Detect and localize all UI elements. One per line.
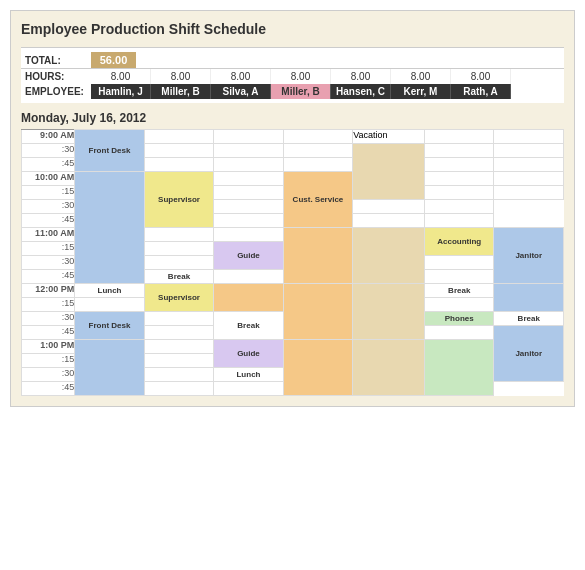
cell-1115-2: Guide [214,242,283,270]
cell-1245-5 [425,326,494,340]
cell-945-2 [214,158,283,172]
total-value: 56.00 [91,52,136,68]
time-row-900: 9:00 AM Front Desk Vacation [22,130,564,144]
cell-1230-2: Break [214,312,283,340]
employee-4: Hansen, C [331,84,391,99]
time-label-1245: :45 [22,326,75,340]
main-container: Employee Production Shift Schedule TOTAL… [10,10,575,407]
cell-1230-1 [144,312,213,326]
cell-1130-1 [144,256,213,270]
block-janitor-2: Janitor [494,326,563,381]
hour-cell-3: 8.00 [271,69,331,84]
employee-row: EMPLOYEE: Hamlin, J Miller, B Silva, A M… [21,84,564,99]
time-label-930: :30 [22,144,75,158]
cell-1000-2 [214,172,283,186]
time-label-1030: :30 [22,200,75,214]
block-guide-2: Guide [214,340,282,367]
cell-1200-2 [214,284,283,312]
page-title: Employee Production Shift Schedule [21,21,564,37]
cell-1030-2 [214,200,283,214]
cell-1200-1: Supervisor [144,284,213,312]
hour-cell-4: 8.00 [331,69,391,84]
cell-1230-6: Break [494,312,564,326]
time-label-100: 1:00 PM [22,340,75,354]
employee-0: Hamlin, J [91,84,151,99]
cell-1100-1 [144,228,213,242]
hour-cell-5: 8.00 [391,69,451,84]
schedule-grid: 9:00 AM Front Desk Vacation :30 :45 [21,129,564,396]
cell-1145-1: Break [144,270,213,284]
cell-1200-0: Lunch [75,284,144,298]
time-label-1115: :15 [22,242,75,256]
cell-1000-1: Supervisor [144,172,213,228]
cell-1015-2 [214,186,283,200]
cell-945-3 [283,158,352,172]
schedule-table: 9:00 AM Front Desk Vacation :30 :45 [21,129,564,396]
block-lunch-1: Lunch [75,284,143,297]
cell-1245-6: Janitor [494,326,564,382]
cell-900-6 [494,130,564,144]
cell-1100-4 [353,228,425,284]
cell-1030-5 [353,200,425,214]
cell-1030-6 [425,200,494,214]
hour-cell-6: 8.00 [451,69,511,84]
cell-1200-3 [283,284,352,340]
block-lunch-2: Lunch [214,368,282,381]
cell-1045-6 [425,214,494,228]
block-supervisor-2: Supervisor [145,284,213,311]
cell-930-2 [214,144,283,158]
cell-1130-5 [425,256,494,270]
cell-930-4 [353,144,425,200]
time-label-1230: :30 [22,312,75,326]
cell-1200-4 [353,284,425,340]
block-phones: Phones [425,312,493,325]
cell-1100-3 [283,228,352,284]
cell-1045-5 [353,214,425,228]
cell-130-1 [144,368,213,382]
cell-930-1 [144,144,213,158]
employee-6: Rath, A [451,84,511,99]
cell-1045-2 [214,214,283,228]
cell-1100-5: Accounting [425,228,494,256]
cell-1200-5: Break [425,284,494,298]
cell-1145-5 [425,270,494,284]
block-frontdesk-2: Front Desk [75,312,143,339]
block-break-3: Break [214,312,282,339]
cell-115-1 [144,354,213,368]
cell-100-3 [283,340,352,396]
hours-row: HOURS: 8.00 8.00 8.00 8.00 8.00 8.00 8.0… [21,69,564,84]
block-custservice: Cust. Service [284,172,352,227]
cell-945-1 [144,158,213,172]
time-label-1130: :30 [22,256,75,270]
cell-1015-6 [494,186,564,200]
cell-1000-5 [425,172,494,186]
time-label-1015: :15 [22,186,75,200]
cell-1230-0: Front Desk [75,312,144,340]
cell-1145-2 [214,270,283,284]
cell-900-2 [214,130,283,144]
cell-100-4 [353,340,425,396]
employee-1: Miller, B [151,84,211,99]
total-label: TOTAL: [21,53,91,68]
totals-section: TOTAL: 56.00 HOURS: 8.00 8.00 8.00 8.00 … [21,47,564,103]
day-header: Monday, July 16, 2012 [21,103,564,129]
cell-900-5 [425,130,494,144]
cell-900-1 [144,130,213,144]
cell-1115-1 [144,242,213,256]
cell-900-4: Vacation [353,130,425,144]
cell-100-1 [144,340,213,354]
time-label-145: :45 [22,382,75,396]
block-break-1: Break [145,270,213,283]
time-label-1145: :45 [22,270,75,284]
cell-1100-6: Janitor [494,228,564,284]
cell-930-6 [494,144,564,158]
cell-100-5 [425,340,494,396]
time-label-1100: 11:00 AM [22,228,75,242]
hour-cell-1: 8.00 [151,69,211,84]
employee-5: Kerr, M [391,84,451,99]
hour-cell-0: 8.00 [91,69,151,84]
hours-label: HOURS: [21,69,91,84]
time-label-115: :15 [22,354,75,368]
employee-3-highlight: Miller, B [271,84,331,99]
time-row-1000: 10:00 AM Supervisor Cust. Service [22,172,564,186]
